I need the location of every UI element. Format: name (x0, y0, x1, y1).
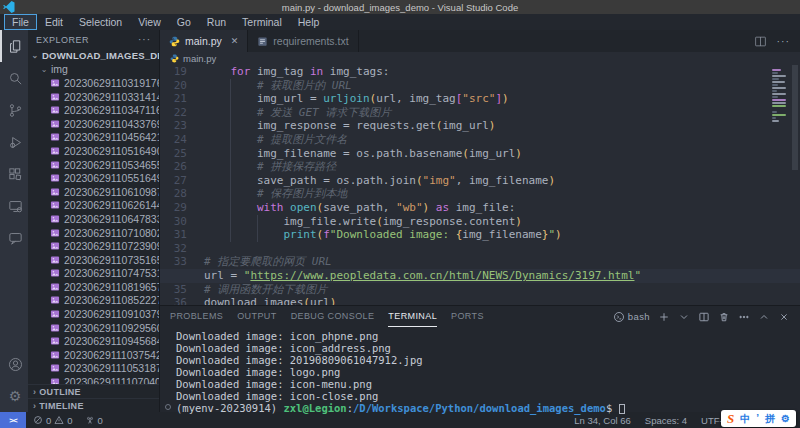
sogou-logo-icon[interactable]: S (727, 411, 734, 427)
tree-file[interactable]: 20230629111107040.jpg (28, 375, 159, 384)
panel-tab-terminal[interactable]: TERMINAL (388, 306, 437, 327)
tree-file[interactable]: 20230629111053187.jpg (28, 362, 159, 376)
explorer-more-actions-icon[interactable]: ··· (138, 34, 151, 45)
minimap-line (772, 96, 778, 98)
menu-view[interactable]: View (130, 14, 169, 30)
close-panel-icon[interactable] (778, 311, 790, 323)
tree-file[interactable]: 20230629110534655.jpg (28, 158, 159, 172)
code-area[interactable]: for img_tag in img_tags: # 获取图片的 URL img… (196, 65, 770, 305)
tree-file[interactable]: 20230629110319176.jpg (28, 76, 159, 90)
tree-file[interactable]: 20230629110929560.jpg (28, 321, 159, 335)
panel-tab-ports[interactable]: PORTS (451, 306, 484, 327)
code-line: # 调用函数开始下载图片 (204, 283, 770, 297)
tree-root-folder[interactable]: ⌄ DOWNLOAD_IMAGES_DEMO (28, 49, 159, 63)
new-terminal-icon[interactable] (658, 311, 670, 323)
more-actions-icon[interactable] (738, 311, 750, 323)
terminal-panel: PROBLEMSOUTPUTDEBUG CONSOLETERMINALPORTS… (160, 305, 800, 412)
chat-icon[interactable] (0, 222, 28, 254)
menu-help[interactable]: Help (290, 14, 328, 30)
code-editor[interactable]: 192021222324252627282930313233343536 for… (160, 65, 800, 305)
file-name: 20230629111107040.jpg (64, 376, 159, 384)
indentation-status[interactable]: Spaces: 4 (645, 415, 687, 426)
tree-file[interactable]: 20230629110819657.jpg (28, 280, 159, 294)
tree-file[interactable]: 20230629110710802.jpg (28, 226, 159, 240)
account-icon[interactable] (0, 348, 28, 380)
ports-status[interactable]: 0 (85, 415, 103, 426)
menu-terminal[interactable]: Terminal (234, 14, 290, 30)
run-debug-icon[interactable] (0, 126, 28, 158)
tree-file[interactable]: 20230629110516490.jpg (28, 144, 159, 158)
remote-indicator[interactable]: >< (0, 412, 26, 428)
file-name: 20230629110534655.jpg (64, 159, 159, 171)
menu-edit[interactable]: Edit (37, 14, 71, 30)
tree-file[interactable]: 20230629110852227.jpg (28, 294, 159, 308)
line-number: 25 (160, 147, 196, 161)
tree-file[interactable]: 20230629110626144.jpg (28, 199, 159, 213)
ime-pinyin-mode[interactable]: 拼 (765, 412, 775, 426)
tree-folder-img[interactable]: ⌄ img (28, 63, 159, 77)
minimap-line (772, 93, 786, 95)
editor-more-actions-icon[interactable]: ··· (777, 35, 791, 47)
code-line: # 提取图片文件名 (204, 133, 770, 147)
file-name: 20230629110723909.jpg (64, 240, 159, 252)
shell-label[interactable]: bash (613, 311, 650, 323)
terminal-prompt[interactable]: (myenv-20230914) zxl@Legion:/D/Workspace… (176, 402, 800, 414)
remote-explorer-icon[interactable] (0, 190, 28, 222)
problems-status[interactable]: 0 0 (33, 415, 73, 426)
source-control-icon[interactable] (0, 94, 28, 126)
ime-settings-gear-icon[interactable]: ⚙ (781, 413, 790, 424)
tree-file[interactable]: 20230629110647833.jpg (28, 212, 159, 226)
cursor-position-status[interactable]: Ln 34, Col 66 (574, 415, 631, 426)
code-line: img_file.write(img_response.content) (204, 215, 770, 229)
panel-tab-output[interactable]: OUTPUT (237, 306, 276, 327)
tree-file[interactable]: 20230629110723909.jpg (28, 239, 159, 253)
outline-section[interactable]: › OUTLINE (28, 384, 159, 398)
tree-file[interactable]: 20230629110747531.jpg (28, 267, 159, 281)
file-tree: ⌄ DOWNLOAD_IMAGES_DEMO ⌄ img 20230629110… (28, 49, 159, 384)
explorer-title: EXPLORER (36, 35, 89, 45)
menu-run[interactable]: Run (199, 14, 234, 30)
menu-file[interactable]: File (4, 14, 37, 30)
maximize-panel-icon[interactable] (758, 311, 770, 323)
split-terminal-icon[interactable] (698, 311, 710, 323)
extensions-icon[interactable] (0, 158, 28, 190)
tab-main-py[interactable]: main.py ✕ (160, 30, 248, 52)
split-editor-icon[interactable] (754, 35, 767, 48)
ime-chinese-mode[interactable]: 中 (740, 412, 750, 426)
trash-icon[interactable] (718, 311, 730, 323)
menu-selection[interactable]: Selection (71, 14, 130, 30)
line-number: 29 (160, 201, 196, 215)
menu-bar: FileEditSelectionViewGoRunTerminalHelp (0, 14, 800, 30)
ime-toolbar[interactable]: S 中 ’ 拼 ⚙ (721, 410, 796, 427)
menu-go[interactable]: Go (169, 14, 199, 30)
chevron-down-icon[interactable] (678, 311, 690, 323)
tree-file[interactable]: 20230629110331414.jpg (28, 90, 159, 104)
timeline-section[interactable]: › TIMELINE (28, 398, 159, 412)
tree-file[interactable]: 20230629111037542.jpg (28, 348, 159, 362)
terminal-cursor (619, 404, 625, 414)
close-tab-icon[interactable]: ✕ (231, 36, 239, 46)
ime-punctuation[interactable]: ’ (756, 413, 759, 424)
image-file-icon (50, 363, 60, 373)
tree-file[interactable]: 20230629110456421.jpg (28, 131, 159, 145)
settings-gear-icon[interactable]: ⚙ (0, 380, 28, 412)
tree-file[interactable]: 20230629110910379.jpg (28, 307, 159, 321)
search-icon[interactable] (0, 62, 28, 94)
text-file-icon (257, 36, 268, 47)
window-title: main.py - download_images_demo - Visual … (282, 2, 518, 13)
panel-tab-problems[interactable]: PROBLEMS (170, 306, 223, 327)
tree-file[interactable]: 20230629110433769.jpg (28, 117, 159, 131)
panel-tab-debug-console[interactable]: DEBUG CONSOLE (291, 306, 375, 327)
code-line: img_url = urljoin(url, img_tag["src"]) (204, 92, 770, 106)
breadcrumb[interactable]: main.py (160, 52, 800, 65)
tab-requirements-txt[interactable]: requirements.txt (248, 30, 358, 52)
tree-file[interactable]: 20230629110551649.jpg (28, 171, 159, 185)
tree-file[interactable]: 20230629110347116.jpg (28, 103, 159, 117)
tree-file[interactable]: 20230629110610987.jpg (28, 185, 159, 199)
explorer-icon[interactable] (0, 30, 28, 62)
indent-guide (230, 79, 231, 242)
tree-file[interactable]: 20230629110945684.jpg (28, 334, 159, 348)
tree-file[interactable]: 20230629110735165.jpg (28, 253, 159, 267)
terminal-content[interactable]: Downloaded image: icon_phpne.pngDownload… (160, 327, 800, 414)
line-number: 20 (160, 79, 196, 93)
